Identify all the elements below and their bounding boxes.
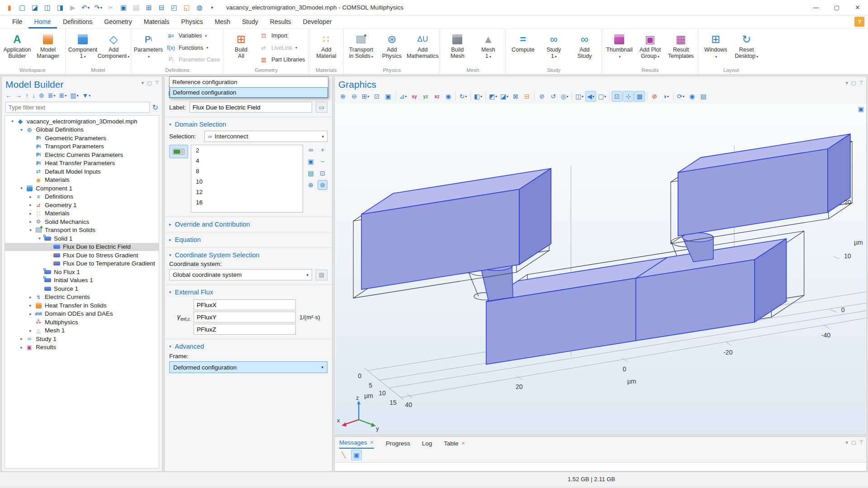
add-material-button[interactable]: ∷AddMaterial [311, 30, 342, 66]
reset-desktop-button[interactable]: ↻ResetDesktop▾ [731, 30, 762, 66]
tree-item-heat-transfer-parameters[interactable]: PiHeat Transfer Parameters [5, 159, 159, 168]
pin-panel-icon[interactable]: ⊤ [859, 80, 863, 86]
menu-geometry[interactable]: Geometry [98, 16, 138, 28]
add-study-button[interactable]: ∞AddStudy [569, 30, 600, 66]
menu-developer[interactable]: Developer [297, 16, 338, 28]
frame-dropdown[interactable]: Deformed configuration▾ [169, 361, 327, 373]
part-libraries-button[interactable]: ▥Part Libraries [258, 56, 305, 64]
menu-results[interactable]: Results [264, 16, 297, 28]
tree-item-transport-parameters[interactable]: PiTransport Parameters [5, 142, 159, 151]
windows-button[interactable]: ⊞Windows▾ [700, 30, 731, 66]
minimize-button[interactable]: — [806, 0, 826, 15]
duplicate-button[interactable]: ⊞ [143, 2, 155, 14]
open-file-button[interactable]: ◪ [29, 2, 41, 14]
collapse-icon[interactable]: ≣▾ [48, 92, 56, 99]
scene-light-icon[interactable]: ◀▾ [585, 91, 596, 102]
remove-from-selection-icon[interactable]: − [318, 156, 327, 166]
view-orientation-icon[interactable]: ⊿▾ [398, 91, 408, 102]
add-component-button[interactable]: ◇AddComponent▾ [98, 30, 129, 66]
tree-item-results[interactable]: ▸▣Results [5, 343, 159, 352]
scene-node-icon[interactable]: ◧▾ [473, 91, 484, 102]
tree-item-global-definitions[interactable]: ▾⊕Global Definitions [5, 126, 159, 134]
model-manager-button[interactable]: ModelManager [33, 30, 63, 66]
select-button[interactable]: ◰ [168, 2, 180, 14]
deselect-box-icon[interactable]: ⊟ [522, 91, 532, 102]
domain-list-item[interactable]: 2 [191, 147, 303, 157]
zoom-selected-icon[interactable]: ▣ [383, 91, 394, 102]
pin-panel-icon[interactable]: ⊤ [155, 80, 159, 86]
parameters-button[interactable]: PiParameters▾ [133, 30, 164, 66]
collapse-section-icon[interactable]: ▾ [169, 290, 171, 294]
mesh-1-button[interactable]: ▲Mesh1▾ [473, 30, 503, 66]
coordinate-system-side-icon[interactable]: ▤ [316, 270, 327, 280]
tree-item-heat-transfer-in-solids[interactable]: ▸Heat Transfer in Solids [5, 301, 159, 310]
frame-option-deformed[interactable]: Deformed configuration [170, 87, 328, 98]
flux-z-input[interactable] [194, 324, 296, 335]
tree-item-flux-stress-gradient[interactable]: Flux Due to Stress Gradient [5, 251, 159, 260]
menu-home[interactable]: Home [28, 16, 57, 28]
view-yz-icon[interactable]: yz [420, 91, 431, 102]
close-button[interactable]: ✕ [847, 0, 868, 15]
functions-button[interactable]: f(x)Functions▾ [166, 44, 220, 52]
add-plot-group-button[interactable]: ▣Add PlotGroup▾ [635, 30, 665, 66]
variables-button[interactable]: a=Variables▾ [166, 32, 220, 40]
menu-definitions[interactable]: Definitions [57, 16, 98, 28]
rotate-icon[interactable]: ↻▾ [458, 91, 469, 102]
zoom-in-icon[interactable]: ⊕ [337, 91, 348, 102]
node-text-icon[interactable]: ▥▾ [70, 92, 78, 99]
maximize-button[interactable]: ▢ [826, 0, 847, 15]
tree-item-solid-mechanics[interactable]: ▸⚙Solid Mechanics [5, 218, 159, 226]
zoom-out-icon[interactable]: ⊖ [349, 91, 360, 102]
study-1-button[interactable]: ∞Study1▾ [538, 30, 569, 66]
domain-list-item[interactable]: 4 [191, 157, 303, 167]
collapse-section-icon[interactable]: ▾ [169, 122, 171, 127]
tab-log[interactable]: Log [422, 440, 432, 449]
3d-scene[interactable]: 20 10 0 µm 40 20 0 -20 -40 µm 0 5 10 15 [335, 104, 866, 434]
domain-list-item[interactable]: 10 [191, 178, 303, 188]
select-box-icon[interactable]: ⊠ [510, 91, 521, 102]
tree-item-multiphysics[interactable]: ⁂Multiphysics [5, 318, 159, 327]
show-selection-icon[interactable]: ⊚ [318, 180, 327, 190]
tree-item-initial-values-1[interactable]: Initial Values 1 [5, 276, 159, 285]
create-selection-icon[interactable]: ∞ [306, 145, 316, 155]
tab-progress[interactable]: Progress [386, 440, 410, 449]
tree-item-materials-global[interactable]: ◉Materials [5, 176, 159, 185]
domain-selection-list[interactable]: 2 4 8 10 12 16 [191, 145, 303, 213]
build-all-button[interactable]: ⊞BuildAll [226, 30, 256, 66]
tab-table[interactable]: Table✕ [444, 440, 465, 449]
refresh-icon[interactable]: ↻ [152, 103, 158, 112]
domain-list-item[interactable]: 16 [191, 199, 303, 209]
tree-item-electric-currents[interactable]: ▸↯Electric Currents [5, 293, 159, 302]
tree-item-geometric-parameters[interactable]: PiGeometric Parameters [5, 134, 159, 142]
tree-item-flux-temperature-gradient[interactable]: Flux Due to Temperature Gradient [5, 260, 159, 268]
rename-icon[interactable]: ▭ [316, 102, 327, 113]
hide-icon[interactable]: ⊘ [536, 91, 547, 102]
build-mesh-button[interactable]: BuildMesh [442, 30, 473, 66]
zoom-extents-icon[interactable]: ⊡ [371, 91, 382, 102]
pin-panel-icon[interactable]: ⊤ [859, 440, 863, 445]
expand-section-icon[interactable]: ▸ [169, 222, 171, 227]
add-physics-button[interactable]: ⊛AddPhysics [376, 30, 407, 66]
thumbnail-button[interactable]: Thumbnail▾ [604, 30, 635, 66]
select-domains-icon[interactable]: ◩▾ [488, 91, 498, 102]
back-icon[interactable]: ← [5, 92, 12, 99]
tree-item-component-1[interactable]: ▾Component 1 [5, 184, 159, 193]
copy-button[interactable]: ▣ [118, 2, 129, 14]
interconnect-line-upper-right[interactable] [678, 134, 850, 236]
snapshot-icon[interactable]: ◉ [687, 91, 697, 102]
select-box-icon[interactable]: ⊡ [318, 168, 327, 178]
new-file-button[interactable]: ▢ [16, 2, 28, 14]
flux-y-input[interactable] [194, 312, 296, 322]
application-builder-button[interactable]: AApplicationBuilder [2, 30, 33, 66]
print-icon[interactable]: ▤ [698, 91, 709, 102]
move-up-icon[interactable]: ↑ [25, 92, 28, 99]
tree-item-mesh-1[interactable]: ▸△Mesh 1 [5, 327, 159, 335]
plot-image-icon[interactable]: ▣ [858, 105, 864, 113]
forward-icon[interactable]: → [15, 92, 22, 99]
tree-item-source-1[interactable]: Source 1 [5, 284, 159, 293]
menu-physics[interactable]: Physics [175, 16, 209, 28]
show-grid-icon[interactable]: ▦ [634, 91, 645, 102]
undo-button[interactable]: ↶▾ [80, 2, 91, 14]
frame-option-reference[interactable]: Reference configuration [170, 77, 328, 87]
clear-messages-icon[interactable]: ╲ [338, 450, 349, 460]
